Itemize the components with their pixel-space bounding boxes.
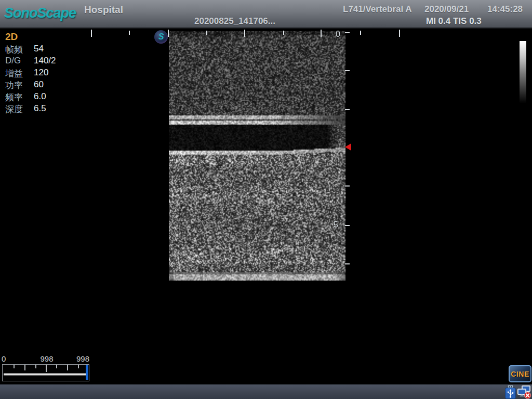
cine-tick	[78, 365, 79, 368]
param-row-depth: 深度 6.5	[0, 103, 104, 115]
ruler-tick	[360, 31, 361, 35]
depth-tick	[345, 32, 350, 33]
param-label: 帧频	[5, 44, 23, 56]
probe-preset: L741/Vertebral A	[343, 4, 412, 15]
ruler-tick	[129, 31, 130, 35]
ruler-tick	[91, 30, 92, 37]
param-label: 功率	[5, 79, 23, 91]
taskbar	[0, 384, 532, 399]
param-row-power: 功率 60	[0, 79, 104, 91]
param-row-frame-rate: 帧频 54	[0, 44, 104, 56]
cine-button[interactable]: CINE	[509, 365, 531, 382]
param-label: 频率	[5, 91, 23, 103]
cine-progress-line	[4, 373, 87, 376]
param-value: 60	[34, 79, 44, 90]
param-row-frequency: 频率 6.0	[0, 91, 104, 103]
usb-icon[interactable]	[505, 385, 516, 399]
acoustic-output: MI 0.4 TIS 0.3	[426, 16, 482, 26]
grayscale-map-bar	[520, 41, 526, 103]
depth-tick	[345, 225, 350, 226]
cine-frame-end: 998	[69, 354, 89, 363]
depth-scale-0: 0	[336, 30, 340, 39]
depth-tick	[345, 70, 350, 71]
badge-letter: S	[158, 32, 164, 42]
cine-frame-start: 0	[2, 354, 6, 363]
ruler-tick	[321, 30, 322, 37]
param-value: 6.0	[34, 91, 46, 102]
param-label: 深度	[5, 103, 23, 115]
focus-position-marker[interactable]	[345, 143, 351, 151]
network-disconnected-icon[interactable]	[517, 385, 531, 399]
param-row-gain: 增益 120	[0, 68, 104, 79]
cine-tick	[56, 365, 57, 368]
mode-indicator: 2D	[5, 31, 18, 43]
sonoscape-logo: SonoScape	[4, 5, 76, 21]
depth-scale-5: 5	[334, 220, 338, 230]
study-id: 20200825_141706...	[194, 16, 275, 26]
cine-tick	[46, 365, 47, 372]
ultrasound-image	[169, 31, 345, 281]
cine-frame-mid: 998	[36, 354, 57, 363]
cine-button-label: CINE	[511, 370, 529, 378]
param-value: 6.5	[34, 103, 46, 114]
cine-tick	[24, 365, 25, 370]
title-bar: SonoScape Hospital L741/Vertebral A 2020…	[0, 0, 532, 29]
probe-orientation-icon: S	[154, 30, 168, 44]
ruler-tick	[168, 30, 169, 37]
cine-tick	[35, 365, 36, 368]
param-label: D/G	[5, 56, 21, 66]
ruler-tick	[206, 31, 207, 35]
ruler-tick	[399, 30, 400, 37]
ruler-tick	[283, 31, 284, 35]
param-row-dynamic-gain: D/G 140/2	[0, 56, 104, 68]
depth-tick	[345, 109, 350, 110]
system-date: 2020/09/21	[424, 4, 469, 15]
cine-position-marker[interactable]	[86, 365, 88, 380]
param-value: 54	[34, 44, 44, 54]
ruler-tick	[244, 30, 245, 37]
cine-scrubber[interactable]	[2, 364, 89, 381]
depth-tick	[345, 263, 350, 264]
cine-tick	[67, 365, 68, 370]
system-time: 14:45:28	[487, 4, 523, 15]
cine-tick	[14, 365, 15, 368]
param-label: 增益	[5, 68, 23, 79]
param-value: 120	[34, 68, 48, 78]
hospital-name: Hospital	[84, 4, 123, 16]
param-value: 140/2	[34, 56, 56, 66]
depth-tick	[345, 185, 350, 187]
